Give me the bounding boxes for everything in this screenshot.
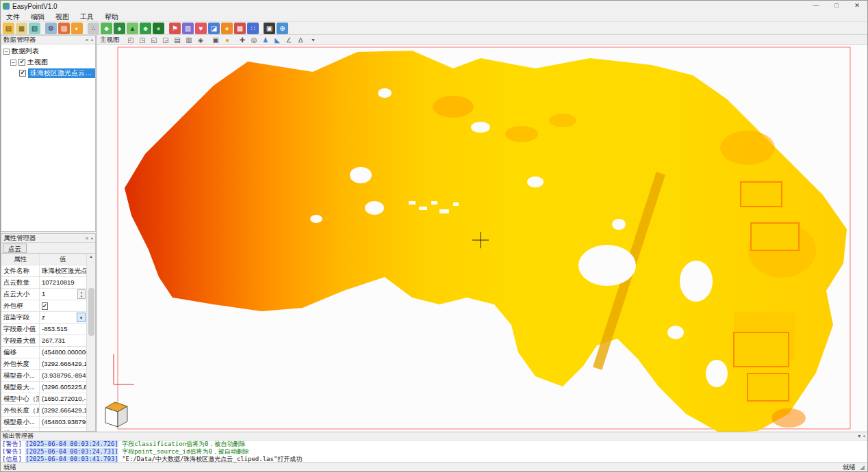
view-toolbar: 主视图 ◰◳◱◲▤▥◈▣●✚◎♟◣∠∆ ▾ — [97, 35, 867, 45]
table-row: 模型最大... (3296.605225,868... — [1, 382, 86, 393]
menu-bar: 文件 编辑 视图 工具 帮助 — [1, 12, 867, 22]
terrain-icon[interactable]: ▲ — [127, 23, 138, 34]
expander-icon[interactable]: − — [3, 49, 10, 55]
bbox-checkbox[interactable]: ✔ — [42, 302, 48, 310]
pointsize-stepper[interactable]: 1 ▴ ▾ — [40, 289, 86, 300]
menu-edit[interactable]: 编辑 — [25, 12, 50, 22]
pine-tree-icon[interactable]: ♠ — [114, 23, 125, 34]
menu-view[interactable]: 视图 — [50, 12, 75, 22]
property-scrollbar[interactable]: ▴ — [86, 254, 95, 431]
expander-icon[interactable]: − — [10, 60, 16, 66]
scatter-icon[interactable]: ∷ — [247, 23, 259, 34]
layer-tree: − 数据列表 − ✔ 主视图 ✔ 珠海校区激光点云_cliped — [1, 44, 95, 231]
render-icon[interactable]: ▨ — [58, 23, 70, 34]
pin-icon[interactable]: ▪ — [91, 37, 93, 43]
view-front-icon[interactable]: ◰ — [126, 36, 136, 44]
scrollbar-thumb[interactable] — [88, 288, 94, 336]
canopy-icon[interactable]: ● — [153, 23, 164, 34]
layers-icon[interactable]: ▧ — [29, 23, 40, 34]
tree-icon[interactable]: ♣ — [101, 23, 112, 34]
collapse-icon[interactable]: « — [86, 235, 88, 241]
person-icon[interactable]: ♟ — [261, 36, 271, 44]
pin-icon[interactable]: ▪ — [91, 235, 93, 241]
chevron-down-icon[interactable]: ▾ — [309, 37, 318, 43]
table-row: 字段最大值 267.731 — [1, 335, 86, 347]
view-left-icon[interactable]: ◱ — [149, 36, 159, 44]
app-logo-icon — [3, 3, 10, 10]
points-icon[interactable]: ∴ — [88, 23, 99, 34]
flag-icon[interactable]: ⚑ — [169, 23, 181, 34]
chart-icon[interactable]: ◪ — [208, 23, 220, 34]
table-row: 模型最大... (458096.605225,2... — [1, 428, 86, 431]
tree-node-root[interactable]: − 数据列表 — [1, 46, 95, 57]
menu-file[interactable]: 文件 — [1, 12, 25, 22]
view-top-icon[interactable]: ▤ — [173, 36, 183, 44]
scroll-up-icon: ▴ — [90, 254, 92, 259]
vegetation-icon[interactable]: ♣ — [140, 23, 151, 34]
menu-tools[interactable]: 工具 — [75, 12, 99, 22]
close-button[interactable]: ✕ — [847, 1, 867, 12]
chevron-down-icon[interactable]: ▾ — [858, 433, 860, 439]
ruler-icon[interactable]: ∠ — [284, 36, 294, 44]
chevron-down-icon[interactable]: ▾ — [77, 313, 86, 322]
resize-grip[interactable]: ◢ — [860, 464, 865, 471]
building-icon[interactable]: ▥ — [182, 23, 194, 34]
log-line: [信息] [2025-06-04 00:03:41.793] "E:/Data/… — [2, 456, 867, 462]
axis-cube-indicator[interactable] — [105, 402, 127, 427]
tree-node-pointcloud[interactable]: ✔ 珠海校区激光点云_cliped — [1, 68, 95, 79]
table-row: 外包长度 (3292.666429,176... — [1, 358, 86, 370]
main-toolbar: ▤▦▧⚙▨◐∴♣♠▲♣●⚑▥♥◪●▦∷▣⊕ — [1, 22, 867, 35]
pointcloud-checkbox[interactable]: ✔ — [19, 70, 26, 77]
table-row: 字段最小值 -853.515 — [1, 324, 86, 335]
pick-point-icon[interactable]: ◎ — [249, 36, 259, 44]
sphere-icon[interactable]: ● — [221, 23, 233, 34]
maximize-button[interactable]: □ — [826, 1, 847, 12]
pin-icon[interactable]: ▪ — [863, 433, 865, 439]
table-row: 偏移 (454800.000000,2... — [1, 347, 86, 358]
point-cloud-footprint — [125, 51, 847, 432]
log-line: [警告] [2025-06-04 00:03:24.726] 字段classif… — [2, 441, 867, 448]
tree-group-label: 主视图 — [27, 57, 48, 67]
table-row: 外包长度（原... (3292.666429,176... — [1, 405, 86, 417]
snapshot-icon[interactable]: ▣ — [211, 36, 221, 44]
view-iso-icon[interactable]: ◈ — [196, 36, 206, 44]
table-row: 模型最小... (3.938796,-894.67... — [1, 370, 86, 382]
property-manager-panel: 属性管理器 « ▪ 点云 属性 值 文件名称 — [1, 233, 96, 432]
heart-icon[interactable]: ♥ — [195, 23, 207, 34]
camera-icon[interactable]: ▣ — [264, 23, 275, 34]
viewport-3d[interactable] — [97, 45, 867, 432]
output-manager-title: 输出管理器 — [3, 432, 34, 441]
view-back-icon[interactable]: ◳ — [138, 36, 148, 44]
log-list: [警告] [2025-06-04 00:03:24.726] 字段classif… — [1, 441, 867, 462]
view-bottom-icon[interactable]: ▥ — [184, 36, 194, 44]
property-table: 属性 值 文件名称 珠海校区激光点云... 点云数量 107210819 点 — [1, 254, 95, 431]
menu-help[interactable]: 帮助 — [99, 12, 124, 22]
axis-lines — [114, 354, 134, 384]
select-area-icon[interactable]: ◣ — [272, 36, 283, 44]
view-right-icon[interactable]: ◲ — [161, 36, 171, 44]
wrench-icon[interactable]: ⚙ — [45, 23, 57, 34]
renderfield-dropdown[interactable]: z ▾ — [40, 312, 86, 323]
tree-node-mainview[interactable]: − ✔ 主视图 — [1, 57, 95, 68]
collapse-icon[interactable]: « — [86, 37, 88, 43]
title-bar: EasyPointV1.0 — □ ✕ — [1, 1, 867, 12]
render-sphere-icon[interactable]: ● — [222, 36, 233, 44]
tree-item-label-selected[interactable]: 珠海校区激光点云_cliped — [28, 68, 95, 78]
angle-icon[interactable]: ∆ — [296, 36, 306, 44]
tab-main-view[interactable]: 主视图 — [100, 36, 120, 44]
table-row: 点云数量 107210819 — [1, 277, 86, 289]
log-line: [警告] [2025-06-04 00:03:24.731] 字段point_s… — [2, 448, 867, 456]
table-row: 文件名称 珠海校区激光点云... — [1, 265, 86, 277]
open-folder-icon[interactable]: ▤ — [3, 23, 14, 34]
mainview-checkbox[interactable]: ✔ — [18, 59, 25, 66]
fit-view-icon[interactable]: ✚ — [238, 36, 248, 44]
tab-pointcloud[interactable]: 点云 — [3, 244, 27, 253]
save-icon[interactable]: ▦ — [16, 23, 27, 34]
globe-icon[interactable]: ⊕ — [277, 23, 288, 34]
classify-grid-icon[interactable]: ▦ — [234, 23, 246, 34]
spinner-buttons[interactable]: ▴ ▾ — [77, 289, 86, 299]
minimize-button[interactable]: — — [806, 1, 826, 12]
colormap-icon[interactable]: ◐ — [71, 23, 83, 34]
left-dock: 数据管理器 « ▪ − 数据列表 − ✔ 主视图 — [1, 35, 97, 432]
application-window: EasyPointV1.0 — □ ✕ 文件 编辑 视图 工具 帮助 ▤▦▧⚙▨… — [0, 0, 868, 472]
